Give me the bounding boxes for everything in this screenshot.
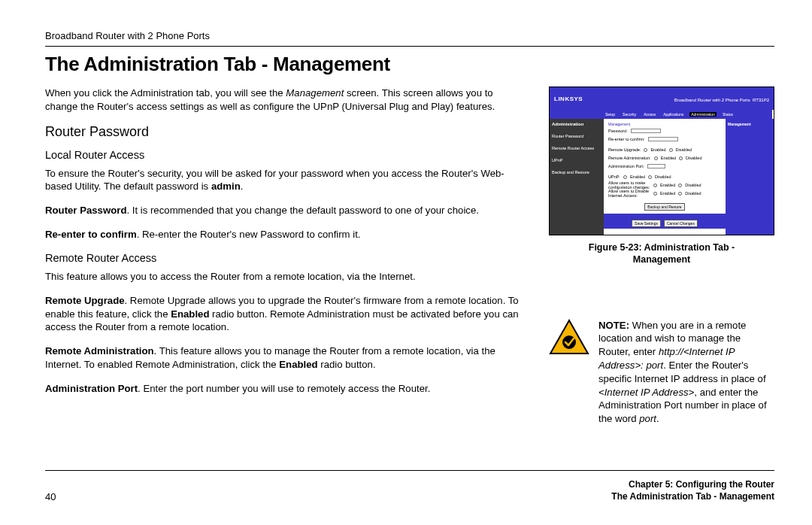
subheading-remote: Remote Router Access bbox=[45, 252, 528, 264]
fig-side-title: Administration bbox=[552, 122, 601, 126]
fig-opt: Enabled bbox=[630, 174, 645, 179]
note-em3: port bbox=[639, 413, 656, 424]
fig-side-item: UPnP bbox=[552, 158, 601, 162]
fig-opt: Disabled bbox=[676, 147, 692, 152]
figure-help-panel: Management bbox=[726, 119, 774, 235]
note-em2: <Internet IP Address> bbox=[598, 387, 694, 398]
intro-em: Management bbox=[286, 87, 344, 99]
fig-opt: Enabled bbox=[660, 183, 675, 187]
fig-input bbox=[648, 137, 678, 141]
fig-radio bbox=[653, 184, 657, 187]
note-text: NOTE: When you are in a remote location … bbox=[598, 319, 774, 426]
fig-radio bbox=[644, 148, 647, 152]
fig-input bbox=[631, 129, 661, 133]
local-p3-rest: . Re-enter the Router's new Password to … bbox=[137, 229, 361, 240]
figure-caption: Figure 5-23: Administration Tab - Manage… bbox=[549, 241, 774, 266]
remote-p3: Remote Administration. This feature allo… bbox=[45, 344, 528, 372]
local-p2-bold: Router Password bbox=[45, 205, 126, 216]
note-warning-icon bbox=[549, 319, 589, 358]
fig-opt: Enabled bbox=[650, 147, 665, 152]
fig-input bbox=[647, 164, 665, 168]
svg-point-1 bbox=[562, 335, 576, 349]
fig-tab: Applications bbox=[662, 112, 685, 117]
intro-prefix: When you click the Administration tab, y… bbox=[45, 87, 286, 99]
remote-p2-bold: Remote Upgrade bbox=[45, 295, 125, 306]
fig-tab: Setup bbox=[604, 112, 617, 117]
local-p3: Re-enter to confirm. Re-enter the Router… bbox=[45, 228, 528, 241]
figure-screenshot: LINKSYS Broadband Router with 2 Phone Po… bbox=[549, 86, 774, 235]
figure-caption-l1: Figure 5-23: Administration Tab - bbox=[589, 242, 735, 253]
fig-label: Re-enter to confirm: bbox=[608, 137, 645, 141]
fig-label: Allow users to Disable Internet Access: bbox=[608, 189, 650, 198]
fig-label: Remote Administration: bbox=[608, 156, 651, 160]
fig-radio bbox=[653, 192, 657, 196]
fig-radio bbox=[679, 156, 683, 160]
footer-rule bbox=[45, 470, 774, 471]
manual-page: Broadband Router with 2 Phone Ports The … bbox=[0, 0, 812, 525]
note-callout: NOTE: When you are in a remote location … bbox=[549, 319, 774, 426]
page-footer: 40 Chapter 5: Configuring the Router The… bbox=[45, 478, 774, 502]
fig-radio bbox=[669, 148, 673, 152]
remote-p3-bold: Remote Administration bbox=[45, 345, 154, 357]
fig-tab: Administration bbox=[689, 112, 717, 117]
fig-radio bbox=[678, 184, 682, 187]
fig-radio bbox=[678, 192, 682, 196]
figure-body: Administration Router Password Remote Ro… bbox=[550, 119, 774, 235]
local-p3-bold: Re-enter to confirm bbox=[45, 229, 137, 240]
subheading-local: Local Router Access bbox=[45, 149, 528, 161]
intro-paragraph: When you click the Administration tab, y… bbox=[45, 86, 528, 114]
fig-label: Administration Port: bbox=[608, 164, 644, 168]
page-title: The Administration Tab - Management bbox=[45, 53, 774, 76]
remote-p3-bold2: Enabled bbox=[279, 359, 317, 370]
fig-opt: Enabled bbox=[661, 156, 676, 160]
local-p1-bold: admin bbox=[211, 181, 241, 192]
figure-sidebar: Administration Router Password Remote Ro… bbox=[550, 119, 604, 235]
fig-side-item: Remote Router Access bbox=[552, 146, 601, 150]
local-p1-prefix: To ensure the Router's security, you wil… bbox=[45, 168, 504, 193]
remote-p4-rest: . Enter the port number you will use to … bbox=[138, 383, 430, 394]
figure-header: LINKSYS Broadband Router with 2 Phone Po… bbox=[550, 87, 774, 110]
local-p1: To ensure the Router's security, you wil… bbox=[45, 167, 528, 194]
fig-label: Password: bbox=[608, 129, 628, 133]
fig-radio bbox=[623, 175, 627, 179]
remote-p2: Remote Upgrade. Remote Upgrade allows yo… bbox=[45, 294, 528, 334]
fig-tab: Access bbox=[642, 112, 657, 117]
product-line: Broadband Router with 2 Phone Ports bbox=[45, 30, 774, 41]
fig-help-title: Management bbox=[728, 122, 771, 126]
fig-opt: Disabled bbox=[685, 191, 701, 196]
fig-radio bbox=[648, 175, 652, 179]
footer-right: Chapter 5: Configuring the Router The Ad… bbox=[611, 478, 774, 502]
fig-backup-button: Backup and Restore bbox=[644, 203, 684, 211]
note-bold: NOTE: bbox=[598, 320, 629, 331]
remote-p1: This feature allows you to access the Ro… bbox=[45, 270, 528, 284]
fig-side-item: Backup and Restore bbox=[552, 170, 601, 174]
fig-opt: Disabled bbox=[686, 156, 701, 160]
fig-tab: Security bbox=[621, 112, 638, 117]
fig-radio bbox=[654, 156, 658, 160]
local-p2-rest: . It is recommended that you change the … bbox=[126, 205, 478, 216]
fig-tab: Status bbox=[721, 112, 735, 117]
left-column: When you click the Administration tab, y… bbox=[45, 86, 528, 426]
figure-main: Management Password: Re-enter to confirm… bbox=[604, 119, 726, 235]
fig-opt: Disabled bbox=[685, 183, 701, 187]
remote-p4: Administration Port. Enter the port numb… bbox=[45, 382, 528, 396]
fig-subtab: Management bbox=[608, 122, 721, 126]
figure-product-label: Broadband Router with 2 Phone Ports RT31… bbox=[674, 98, 769, 102]
local-p2: Router Password. It is recommended that … bbox=[45, 204, 528, 217]
remote-p2-bold2: Enabled bbox=[171, 308, 209, 320]
figure-tabs: Setup Security Access Applications Admin… bbox=[550, 110, 772, 119]
linksys-logo: LINKSYS bbox=[554, 96, 583, 102]
fig-opt: Enabled bbox=[660, 191, 675, 196]
section-router-password: Router Password bbox=[45, 124, 528, 140]
page-number: 40 bbox=[45, 491, 56, 502]
fig-label: UPnP: bbox=[608, 174, 620, 179]
figure-caption-l2: Management bbox=[633, 254, 690, 265]
right-column: LINKSYS Broadband Router with 2 Phone Po… bbox=[549, 86, 774, 426]
fig-opt: Disabled bbox=[655, 174, 671, 179]
footer-section: The Administration Tab - Management bbox=[611, 490, 774, 502]
fig-label: Remote Upgrade: bbox=[608, 147, 641, 152]
fig-save-button: Save Settings bbox=[632, 220, 661, 227]
fig-cancel-button: Cancel Changes bbox=[664, 220, 698, 227]
content-columns: When you click the Administration tab, y… bbox=[45, 86, 774, 426]
remote-p3-rest: radio button. bbox=[318, 359, 376, 370]
